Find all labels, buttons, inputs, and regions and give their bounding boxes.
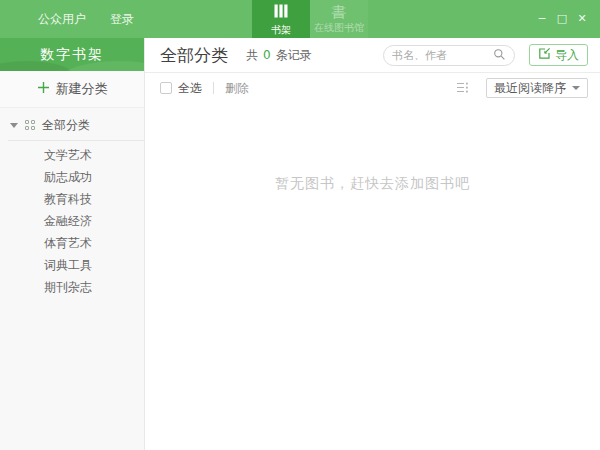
tree-item-category[interactable]: 金融经济	[0, 210, 144, 232]
main-tabs: 书架 書 在线图书馆	[252, 0, 368, 38]
tab-online-library-label: 在线图书馆	[314, 22, 364, 33]
tree-item-category[interactable]: 体育艺术	[0, 232, 144, 254]
topbar-left: 公众用户 登录	[38, 0, 134, 38]
plus-icon	[37, 81, 50, 97]
sidebar: 数字书架 新建分类 全部分类 文学艺术 励志成功 教育科技 金融经济 体育艺术 …	[0, 38, 145, 450]
count-suffix: 条记录	[276, 47, 312, 64]
grid-icon	[25, 120, 35, 130]
sort-dropdown[interactable]: 最近阅读降序	[486, 78, 588, 98]
divider	[8, 140, 144, 141]
chevron-down-icon	[572, 86, 580, 90]
new-category-label: 新建分类	[56, 80, 108, 98]
login-link[interactable]: 登录	[110, 11, 134, 28]
window-controls: ─ □ ✕	[532, 0, 592, 38]
delete-button[interactable]: 删除	[225, 80, 249, 97]
main-header: 全部分类 共 0 条记录 导入	[145, 38, 600, 73]
maximize-button[interactable]: □	[552, 0, 572, 38]
search-icon[interactable]	[493, 46, 506, 65]
record-count: 共 0 条记录	[246, 47, 312, 64]
close-button[interactable]: ✕	[572, 0, 592, 38]
tree-item-category[interactable]: 励志成功	[0, 166, 144, 188]
tree-item-category[interactable]: 期刊杂志	[0, 276, 144, 298]
page-title: 全部分类	[160, 44, 228, 67]
minimize-button[interactable]: ─	[532, 0, 552, 38]
chevron-down-icon	[10, 123, 18, 128]
category-tree: 全部分类 文学艺术 励志成功 教育科技 金融经济 体育艺术 词典工具 期刊杂志	[0, 108, 144, 298]
new-category-button[interactable]: 新建分类	[0, 71, 144, 108]
app-title: 数字书架	[40, 46, 104, 64]
tree-item-category[interactable]: 文学艺术	[0, 144, 144, 166]
import-icon	[538, 47, 551, 63]
empty-state-message: 暂无图书，赶快去添加图书吧	[145, 175, 600, 193]
tab-bookshelf-label: 书架	[271, 24, 291, 35]
public-user-link[interactable]: 公众用户	[38, 11, 86, 28]
bookshelf-icon	[273, 3, 289, 22]
import-button[interactable]: 导入	[529, 44, 588, 66]
count-value: 0	[263, 48, 271, 62]
count-prefix: 共	[246, 47, 258, 64]
tree-item-category[interactable]: 词典工具	[0, 254, 144, 276]
sidebar-header: 数字书架	[0, 38, 144, 71]
toolbar: 全选 删除 最近阅读降序	[145, 73, 600, 103]
search-box[interactable]	[383, 45, 515, 66]
app-window: 公众用户 登录 书架 書 在线图书馆 ─ □ ✕ 数字书架	[0, 0, 600, 450]
online-library-icon: 書	[332, 5, 347, 20]
search-input[interactable]	[392, 49, 493, 62]
tab-bookshelf[interactable]: 书架	[252, 0, 310, 38]
select-all-checkbox[interactable]	[160, 82, 172, 94]
list-view-icon[interactable]	[456, 79, 471, 98]
tab-online-library[interactable]: 書 在线图书馆	[310, 0, 368, 38]
title-bar: 公众用户 登录 书架 書 在线图书馆 ─ □ ✕	[0, 0, 600, 38]
tree-root-label: 全部分类	[42, 117, 90, 134]
import-label: 导入	[555, 47, 579, 64]
tree-item-category[interactable]: 教育科技	[0, 188, 144, 210]
tree-item-all-categories[interactable]: 全部分类	[0, 114, 144, 136]
divider	[213, 82, 214, 94]
sort-dropdown-value: 最近阅读降序	[494, 80, 566, 97]
main-panel: 全部分类 共 0 条记录 导入 全选	[145, 38, 600, 450]
select-all-label[interactable]: 全选	[178, 80, 202, 97]
